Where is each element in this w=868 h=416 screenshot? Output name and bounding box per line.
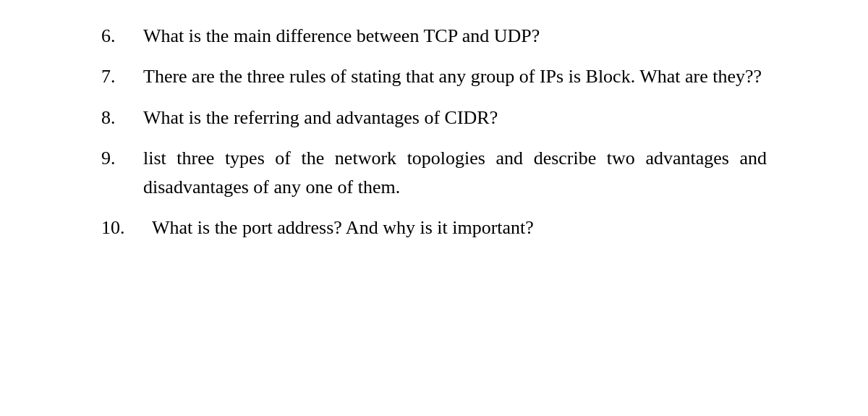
question-number-9: 9. [101, 144, 143, 203]
content-area: 6.What is the main difference between TC… [80, 7, 788, 269]
question-number-10: 10. [101, 213, 152, 242]
question-number-7: 7. [101, 62, 143, 91]
question-item-7: 7.There are the three rules of stating t… [101, 62, 767, 91]
question-number-8: 8. [101, 103, 143, 132]
question-list: 6.What is the main difference between TC… [101, 22, 767, 243]
question-number-6: 6. [101, 22, 143, 51]
question-item-9: 9.list three types of the network topolo… [101, 144, 767, 203]
question-text-6: What is the main difference between TCP … [143, 22, 767, 51]
question-text-7: There are the three rules of stating tha… [143, 62, 767, 91]
question-item-6: 6.What is the main difference between TC… [101, 22, 767, 51]
question-text-8: What is the referring and advantages of … [143, 103, 767, 132]
question-text-9: list three types of the network topologi… [143, 144, 767, 203]
question-item-8: 8.What is the referring and advantages o… [101, 103, 767, 132]
question-item-10: 10.What is the port address? And why is … [101, 213, 767, 242]
question-text-10: What is the port address? And why is it … [152, 213, 767, 242]
